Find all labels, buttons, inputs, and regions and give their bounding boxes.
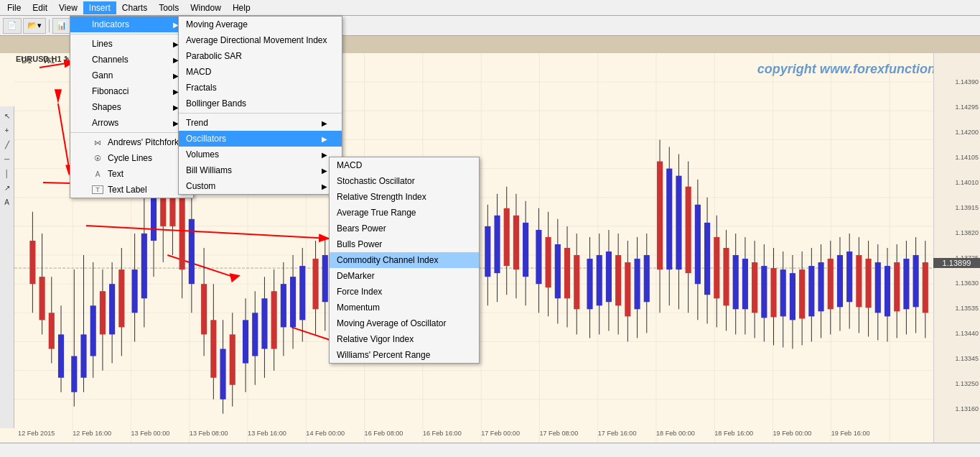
svg-rect-66 bbox=[201, 284, 207, 334]
status-bar bbox=[0, 443, 980, 457]
osc-atr[interactable]: Average True Range bbox=[330, 205, 479, 221]
osc-force[interactable]: Force Index bbox=[330, 284, 479, 300]
svg-rect-210 bbox=[913, 255, 919, 307]
svg-rect-176 bbox=[752, 262, 757, 313]
svg-rect-124 bbox=[494, 216, 500, 273]
text-t-icon: T bbox=[92, 185, 103, 194]
osc-demarker[interactable]: DeMarker bbox=[330, 268, 479, 284]
svg-rect-78 bbox=[261, 298, 267, 348]
menu-fractals[interactable]: Fractals bbox=[179, 80, 342, 96]
svg-text:17 Feb 16:00: 17 Feb 16:00 bbox=[598, 430, 637, 437]
menu-view[interactable]: View bbox=[53, 1, 83, 14]
menu-cycle-lines[interactable]: ⦿ Cycle Lines bbox=[70, 150, 193, 166]
svg-rect-146 bbox=[606, 251, 612, 302]
menu-charts[interactable]: Charts bbox=[116, 1, 153, 14]
svg-rect-50 bbox=[118, 269, 124, 327]
menu-help[interactable]: Help bbox=[227, 1, 256, 14]
osc-mao[interactable]: Moving Average of Oscillator bbox=[330, 315, 479, 331]
menu-arrows[interactable]: Arrows ▶ bbox=[70, 115, 193, 131]
menu-parabolic[interactable]: Parabolic SAR bbox=[179, 48, 342, 64]
menu-tools[interactable]: Tools bbox=[153, 1, 185, 14]
chart-type-btn[interactable]: 📊 bbox=[52, 18, 71, 34]
menu-edit[interactable]: Edit bbox=[27, 1, 53, 14]
menu-moving-avg[interactable]: Moving Average bbox=[179, 17, 342, 32]
svg-rect-46 bbox=[100, 291, 106, 334]
svg-rect-196 bbox=[846, 251, 852, 302]
vline-tool[interactable]: │ bbox=[1, 167, 14, 180]
menu-custom[interactable]: Custom ▶ bbox=[179, 178, 342, 194]
menu-lines[interactable]: Lines ▶ bbox=[70, 36, 193, 52]
osc-momentum[interactable]: Momentum bbox=[330, 300, 479, 315]
svg-rect-62 bbox=[179, 198, 185, 269]
svg-rect-206 bbox=[894, 262, 900, 311]
menu-trend[interactable]: Trend ▶ bbox=[179, 115, 342, 131]
price-7: 1.13820 bbox=[937, 229, 980, 236]
osc-bulls[interactable]: Bulls Power bbox=[330, 236, 479, 252]
menu-bollinger[interactable]: Bollinger Bands bbox=[179, 96, 342, 111]
menu-macd[interactable]: MACD bbox=[179, 64, 342, 80]
osc-cci[interactable]: Commodity Channel Index bbox=[330, 252, 479, 268]
svg-text:12 Feb 16:00: 12 Feb 16:00 bbox=[73, 430, 111, 437]
svg-rect-154 bbox=[644, 255, 650, 302]
svg-rect-152 bbox=[634, 259, 640, 309]
menu-volumes[interactable]: Volumes ▶ bbox=[179, 147, 342, 162]
osc-rvi[interactable]: Relative Vigor Index bbox=[330, 331, 479, 347]
svg-rect-82 bbox=[281, 284, 286, 327]
crosshair-tool[interactable]: + bbox=[1, 124, 14, 137]
sep-ind bbox=[179, 113, 342, 114]
arrow-tool[interactable]: ↗ bbox=[1, 181, 14, 194]
osc-rsi[interactable]: Relative Strength Index bbox=[330, 189, 479, 205]
svg-rect-148 bbox=[615, 255, 621, 305]
svg-rect-88 bbox=[312, 259, 318, 309]
menu-andrews[interactable]: ⋈ Andrews' Pitchfork bbox=[70, 134, 193, 150]
svg-rect-68 bbox=[210, 320, 216, 377]
menu-bill-williams[interactable]: Bill Williams ▶ bbox=[179, 162, 342, 178]
menu-channels[interactable]: Channels ▶ bbox=[70, 52, 193, 68]
svg-rect-90 bbox=[322, 255, 328, 302]
svg-text:19 Feb 16:00: 19 Feb 16:00 bbox=[831, 430, 870, 437]
svg-text:16 Feb 08:00: 16 Feb 08:00 bbox=[365, 430, 403, 437]
menu-file[interactable]: File bbox=[1, 1, 27, 14]
svg-rect-192 bbox=[828, 259, 834, 309]
price-2: 1.14295 bbox=[937, 103, 980, 111]
menu-window[interactable]: Window bbox=[185, 1, 227, 14]
menu-fibonacci[interactable]: Fibonacci ▶ bbox=[70, 83, 193, 99]
menu-oscillators[interactable]: Oscillators ▶ bbox=[179, 131, 342, 147]
svg-rect-202 bbox=[875, 262, 881, 313]
menu-indicators[interactable]: Indicators ▶ bbox=[70, 17, 193, 32]
line-tool[interactable]: ╱ bbox=[1, 138, 14, 151]
hline-tool[interactable]: ─ bbox=[1, 152, 14, 165]
menu-gann[interactable]: Gann ▶ bbox=[70, 68, 193, 83]
insert-menu: Indicators ▶ Lines ▶ Channels ▶ Gann ▶ F… bbox=[70, 16, 194, 198]
menu-text-label[interactable]: T Text Label bbox=[70, 182, 193, 198]
osc-bears[interactable]: Bears Power bbox=[330, 221, 479, 236]
svg-text:12 Feb 2015: 12 Feb 2015 bbox=[18, 430, 55, 437]
svg-text:16 Feb 16:00: 16 Feb 16:00 bbox=[423, 430, 462, 437]
svg-rect-198 bbox=[856, 255, 862, 307]
text-tool[interactable]: A bbox=[1, 195, 14, 208]
open-btn[interactable]: 📂▾ bbox=[23, 18, 46, 34]
osc-stochastic[interactable]: Stochastic Oscillator bbox=[330, 173, 479, 189]
svg-rect-80 bbox=[271, 291, 277, 348]
price-12: 1.13345 bbox=[937, 355, 980, 362]
cursor-tool[interactable]: ↖ bbox=[1, 109, 14, 122]
svg-rect-42 bbox=[80, 334, 86, 377]
menu-text[interactable]: A Text bbox=[70, 166, 193, 182]
svg-rect-182 bbox=[780, 269, 786, 316]
menu-admi[interactable]: Average Directional Movement Index bbox=[179, 32, 342, 48]
svg-rect-74 bbox=[243, 320, 248, 363]
svg-rect-200 bbox=[866, 259, 872, 308]
osc-wpr[interactable]: Williams' Percent Range bbox=[330, 347, 479, 363]
menu-insert[interactable]: Insert bbox=[83, 1, 116, 14]
new-chart-btn[interactable]: 📄 bbox=[3, 18, 22, 34]
price-11: 1.13440 bbox=[937, 330, 980, 337]
svg-rect-44 bbox=[90, 305, 96, 356]
svg-rect-52 bbox=[132, 269, 138, 313]
svg-rect-40 bbox=[71, 356, 77, 392]
menu-shapes[interactable]: Shapes ▶ bbox=[70, 99, 193, 115]
svg-rect-48 bbox=[109, 284, 115, 334]
left-sidebar: ↖ + ╱ ─ │ ↗ A bbox=[0, 106, 14, 428]
svg-rect-184 bbox=[790, 273, 795, 320]
svg-text:19 Feb 00:00: 19 Feb 00:00 bbox=[773, 430, 812, 437]
osc-macd[interactable]: MACD bbox=[330, 157, 479, 173]
